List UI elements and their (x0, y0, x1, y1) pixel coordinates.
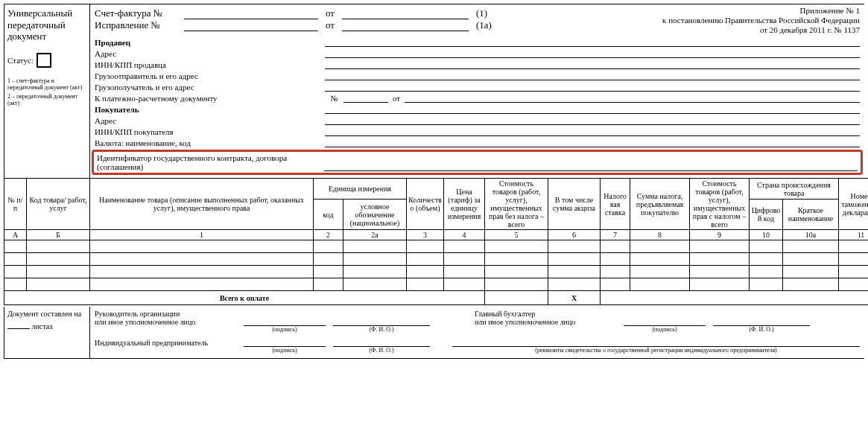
th-col-11: 11 (839, 230, 869, 240)
invoice-number-input[interactable] (184, 8, 318, 19)
th-col-2: 2 (314, 230, 343, 240)
entr-details-input[interactable] (452, 337, 860, 347)
gov-contract-highlight: Идентификатор государственного контракта… (92, 150, 863, 175)
payment-date-input[interactable] (405, 92, 860, 103)
footer-block: Документ составлен на листах Руководител… (4, 307, 864, 359)
acc-sign-input[interactable] (624, 316, 706, 326)
th-unit-measure: Единица измерения (314, 179, 407, 200)
th-tax-rate: Налоговая ставка (601, 179, 630, 230)
payment-ot-label: от (393, 94, 400, 103)
buyer-address-input[interactable] (325, 115, 860, 125)
th-col-8: 8 (630, 230, 690, 240)
entr-fio-input[interactable] (333, 337, 430, 347)
correction-date-input[interactable] (342, 20, 469, 31)
entr-sign-input[interactable] (244, 337, 326, 347)
seller-address-input[interactable] (325, 48, 860, 58)
totals-row: Всего к оплате Х (4, 291, 869, 305)
seller-inn-label: ИНН/КПП продавца (95, 60, 325, 69)
th-col-10: 10 (750, 230, 783, 240)
head-fio-sub: (Ф. И. О.) (333, 327, 430, 333)
fields-grid: Продавец Адрес ИНН/КПП продавца Грузоотп… (95, 36, 860, 147)
sig-sub-row-2: (подпись) (Ф. И. О.) (реквизиты свидетел… (95, 347, 860, 354)
doc-compiled-label: Документ составлен на (7, 310, 81, 318)
acc-sign-sub: (подпись) (624, 327, 706, 333)
th-tax-amount: Сумма налога, предъявляемая покупателю (630, 179, 690, 230)
upd-title: Универсальный передаточный документ (7, 7, 86, 42)
appendix-line-1: Приложение № 1 (799, 6, 860, 15)
th-unit-code: код (314, 200, 343, 230)
head-org-label: Руководитель организации (95, 310, 180, 318)
th-col-10a: 10а (783, 230, 839, 240)
head-org-or: или иное уполномоченное лицо (95, 318, 195, 326)
status-note-1: 1 – счет-фактура и передаточный документ… (7, 78, 86, 92)
th-origin: Страна происхождения товара (750, 179, 839, 200)
buyer-address-label: Адрес (95, 116, 325, 125)
appendix-line-3: от 26 декабря 2011 г. № 1137 (760, 25, 860, 34)
sheets-count-input[interactable] (7, 318, 30, 329)
th-excise: В том числе сумма акциза (548, 179, 601, 230)
title-line-2: передаточный (7, 19, 66, 31)
totals-x: Х (548, 291, 601, 305)
buyer-input[interactable] (325, 103, 860, 114)
th-col-2a: 2а (343, 230, 407, 240)
th-product-name: Наименование товара (описание выполненны… (90, 179, 314, 230)
currency-input[interactable] (325, 137, 860, 147)
th-col-3: 3 (407, 230, 444, 240)
th-price: Цена (тариф) за единицу измерения (444, 179, 485, 230)
th-col-7: 7 (601, 230, 630, 240)
sig-sub-row-1: (подпись) (Ф. И. О.) (подпись) (Ф. И. О.… (95, 326, 860, 333)
title-line-1: Универсальный (7, 7, 72, 19)
signatures-block: Руководитель организации или иное уполно… (90, 307, 864, 359)
invoice-date-input[interactable] (342, 8, 469, 19)
entr-sign-sub: (подпись) (244, 348, 326, 354)
payment-no-label: № (325, 94, 343, 103)
table-body: Всего к оплате Х (4, 240, 869, 305)
buyer-inn-label: ИНН/КПП покупателя (95, 127, 325, 136)
totals-label: Всего к оплате (4, 291, 485, 305)
table-head: № п/п Код товара/ работ, услуг Наименова… (4, 179, 869, 240)
head-sign-sub: (подпись) (244, 327, 326, 333)
document-header-block: Универсальный передаточный документ Стат… (4, 4, 864, 178)
entr-label: Индивидуальный предприниматель (95, 339, 208, 347)
seller-inn-input[interactable] (325, 59, 860, 69)
gov-contract-input[interactable] (324, 161, 858, 171)
acc-fio-sub: (Ф. И. О.) (713, 327, 810, 333)
chief-acc-label: Главный бухгалтер (475, 310, 535, 318)
payment-no-input[interactable] (343, 92, 388, 103)
th-quantity: Количество (объем) (407, 179, 444, 230)
th-unit-symbol: условное обозначение (национальное) (343, 200, 407, 230)
gov-contract-label: Идентификатор государственного контракта… (97, 153, 324, 171)
th-col-a: А (4, 230, 27, 240)
th-short-name: Краткое наименование (783, 200, 839, 230)
th-cost-with-tax: Стоимость товаров (работ, услуг), имущес… (690, 179, 750, 230)
table-row (4, 266, 869, 278)
entr-fio-sub: (Ф. И. О.) (333, 348, 430, 354)
th-product-code: Код товара/ работ, услуг (27, 179, 90, 230)
sig-row-2: Индивидуальный предприниматель (95, 337, 860, 347)
th-cost-no-tax: Стоимость товаров (работ, услуг), имущес… (485, 179, 548, 230)
consignee-input[interactable] (325, 81, 860, 92)
head-sign-input[interactable] (244, 316, 326, 326)
doc-compiled-block: Документ составлен на листах (4, 307, 90, 359)
entr-details-sub: (реквизиты свидетельства о государственн… (452, 348, 860, 354)
buyer-label: Покупатель (95, 105, 325, 114)
payment-doc-label: К платежно-расчетному документу (95, 94, 325, 103)
status-label: Статус: (7, 56, 34, 65)
correction-number-input[interactable] (184, 20, 318, 31)
seller-input[interactable] (325, 36, 860, 47)
th-col-b: Б (27, 230, 90, 240)
th-col-4: 4 (444, 230, 485, 240)
shipper-label: Грузоотправитель и его адрес (95, 71, 325, 80)
consignee-label: Грузополучатель и его адрес (95, 83, 325, 92)
acc-fio-input[interactable] (713, 316, 810, 326)
seller-address-label: Адрес (95, 49, 325, 58)
buyer-inn-input[interactable] (325, 126, 860, 136)
head-fio-input[interactable] (333, 316, 430, 326)
table-row (4, 240, 869, 253)
appendix-line-2: к постановлению Правительства Российской… (662, 16, 860, 25)
th-numpp: № п/п (4, 179, 27, 230)
status-note-2: 2 – передаточный документ (акт) (7, 94, 86, 107)
status-checkbox[interactable] (37, 53, 51, 68)
th-col-6: 6 (548, 230, 601, 240)
shipper-input[interactable] (325, 70, 860, 80)
